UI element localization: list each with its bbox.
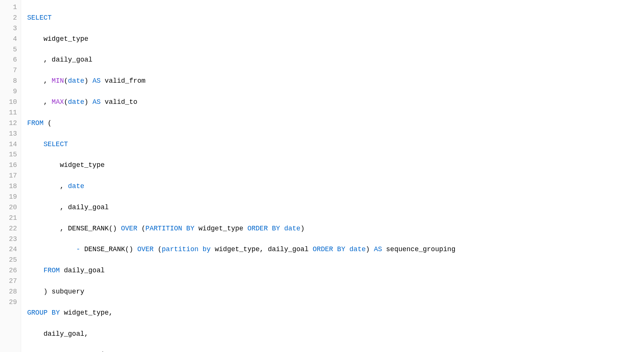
keyword: ORDER — [313, 245, 333, 253]
keyword: partition — [162, 245, 199, 253]
line-number: 1 — [6, 2, 17, 13]
line-number: 5 — [6, 45, 17, 55]
code-line: , daily_goal — [27, 202, 638, 213]
keyword: BY — [272, 225, 280, 232]
line-number: 12 — [6, 118, 17, 129]
code-line: , daily_goal — [27, 55, 638, 65]
line-number: 2 — [6, 13, 17, 23]
line-number: 6 — [6, 55, 17, 65]
code-line: widget_type — [27, 160, 638, 171]
line-number: 8 — [6, 76, 17, 86]
punct: , — [60, 225, 64, 232]
punct: ( — [64, 98, 68, 106]
line-number: 13 — [6, 129, 17, 139]
line-number: 15 — [6, 150, 17, 160]
line-number: 11 — [6, 108, 17, 118]
identifier: date — [284, 225, 300, 232]
code-line: SELECT — [27, 139, 638, 150]
keyword: AS — [374, 245, 382, 253]
identifier: date — [68, 98, 84, 106]
function: MAX — [52, 98, 64, 106]
code-content[interactable]: SELECT widget_type , daily_goal , MIN(da… — [21, 0, 644, 352]
code-line: , MIN(date) AS valid_from — [27, 76, 638, 86]
line-number: 17 — [6, 171, 17, 181]
operator: - — [76, 245, 80, 253]
code-line: , date — [27, 181, 638, 192]
code-line: GROUP BY widget_type, — [27, 308, 638, 318]
code-block: 1 2 3 4 5 6 7 8 9 10 11 12 13 14 15 16 1… — [0, 0, 644, 352]
keyword: BY — [186, 225, 194, 232]
identifier: widget_type — [215, 245, 260, 253]
line-number: 7 — [6, 65, 17, 76]
line-number: 25 — [6, 255, 17, 266]
identifier: date — [350, 245, 366, 253]
function-call: DENSE_RANK() — [68, 225, 117, 232]
line-number: 27 — [6, 276, 17, 287]
function-call: DENSE_RANK() — [84, 245, 133, 253]
keyword: AS — [92, 77, 101, 85]
code-line: daily_goal, — [27, 329, 638, 340]
keyword: SELECT — [43, 140, 68, 148]
line-number: 10 — [6, 97, 17, 108]
punct: ) — [84, 98, 88, 106]
line-number: 23 — [6, 234, 17, 245]
identifier: daily_goal — [43, 330, 84, 338]
identifier: daily_goal — [64, 267, 105, 274]
line-number: 21 — [6, 213, 17, 224]
punct: ) — [84, 77, 88, 85]
code-line: sequence_grouping; — [27, 350, 638, 352]
identifier: sequence_grouping — [386, 245, 456, 253]
identifier: valid_to — [105, 98, 137, 106]
punct: ( — [64, 77, 68, 85]
code-line: - DENSE_RANK() OVER (partition by widget… — [27, 244, 638, 255]
code-line: , MAX(date) AS valid_to — [27, 97, 638, 108]
punct: ) — [43, 288, 48, 295]
line-number: 26 — [6, 266, 17, 276]
identifier: widget_type — [199, 225, 243, 232]
code-line: SELECT — [27, 13, 638, 23]
punct: ( — [142, 225, 146, 232]
line-number: 9 — [6, 86, 17, 97]
punct: ) — [300, 225, 305, 232]
keyword: ORDER — [247, 225, 268, 232]
punct: , — [60, 182, 64, 190]
line-number: 29 — [6, 297, 17, 308]
punct: , — [60, 204, 64, 211]
function: MIN — [52, 77, 64, 85]
line-number: 19 — [6, 192, 17, 202]
keyword: by — [203, 245, 211, 253]
identifier: date — [68, 77, 84, 85]
identifier: widget_type — [60, 161, 105, 169]
keyword: BY — [337, 245, 345, 253]
keyword: AS — [92, 98, 101, 106]
punct: ) — [366, 245, 370, 253]
code-line: FROM daily_goal — [27, 266, 638, 276]
punct: ( — [158, 245, 162, 253]
keyword: PARTITION — [145, 225, 182, 232]
keyword: GROUP — [27, 309, 48, 316]
line-number: 24 — [6, 244, 17, 255]
identifier: subquery — [52, 288, 84, 295]
keyword: FROM — [27, 119, 43, 127]
identifier: daily_goal — [52, 56, 92, 63]
code-line: ) subquery — [27, 287, 638, 297]
punct: , — [43, 77, 48, 85]
identifier: widget_type — [64, 309, 109, 316]
punct: , — [43, 98, 48, 106]
line-number: 16 — [6, 160, 17, 171]
code-line: FROM ( — [27, 118, 638, 129]
code-line: , DENSE_RANK() OVER (PARTITION BY widget… — [27, 224, 638, 234]
line-number: 4 — [6, 34, 17, 45]
identifier: valid_from — [105, 77, 145, 85]
line-number-gutter: 1 2 3 4 5 6 7 8 9 10 11 12 13 14 15 16 1… — [0, 0, 21, 352]
punct: , — [109, 309, 113, 316]
keyword: BY — [52, 309, 60, 316]
identifier: daily_goal — [68, 204, 109, 211]
punct: , — [260, 245, 264, 253]
line-number: 14 — [6, 139, 17, 150]
keyword: OVER — [137, 245, 154, 253]
keyword: SELECT — [27, 14, 52, 22]
identifier: daily_goal — [268, 245, 308, 253]
identifier: widget_type — [43, 35, 88, 43]
line-number: 28 — [6, 287, 17, 297]
